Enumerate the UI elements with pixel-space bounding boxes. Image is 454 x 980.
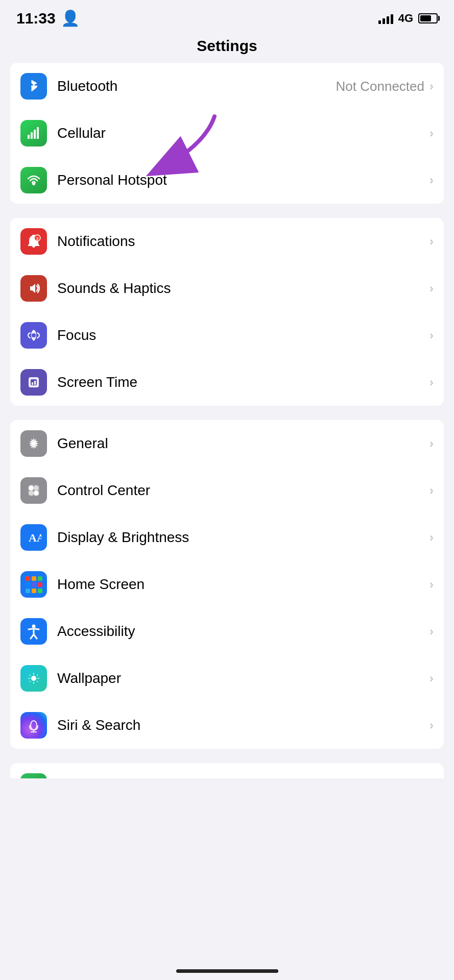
- general-chevron: ›: [429, 436, 434, 451]
- focus-icon: [20, 322, 47, 349]
- control-center-icon: [20, 477, 47, 504]
- notifications-label: Notifications: [57, 233, 429, 250]
- hotspot-label: Personal Hotspot: [57, 172, 429, 188]
- svg-point-19: [34, 491, 39, 496]
- settings-row-control-center[interactable]: Control Center ›: [10, 467, 444, 514]
- svg-rect-29: [38, 589, 42, 593]
- svg-rect-25: [32, 582, 36, 587]
- svg-rect-13: [34, 381, 36, 385]
- settings-row-screen-time[interactable]: Screen Time ›: [10, 359, 444, 406]
- home-screen-icon: [20, 571, 47, 598]
- status-bar: 11:33 👤 4G: [0, 0, 454, 32]
- settings-row-partial[interactable]: [10, 763, 444, 778]
- battery-indicator: [418, 13, 438, 23]
- cellular-label: Cellular: [57, 125, 429, 141]
- settings-row-accessibility[interactable]: Accessibility ›: [10, 608, 444, 655]
- display-brightness-icon: AA: [20, 524, 47, 551]
- time-display: 11:33: [16, 10, 56, 27]
- svg-point-17: [34, 485, 39, 491]
- signal-bar-2: [383, 18, 385, 24]
- svg-text:3: 3: [36, 236, 39, 241]
- svg-rect-22: [32, 576, 36, 581]
- svg-rect-12: [32, 382, 33, 385]
- settings-row-sounds[interactable]: Sounds & Haptics ›: [10, 265, 444, 312]
- page-title: Settings: [0, 32, 454, 63]
- signal-bar-1: [378, 20, 381, 24]
- sounds-label: Sounds & Haptics: [57, 280, 429, 297]
- svg-rect-24: [26, 582, 30, 587]
- status-time: 11:33 👤: [16, 9, 80, 27]
- home-screen-label: Home Screen: [57, 576, 429, 593]
- sounds-chevron: ›: [429, 281, 434, 296]
- svg-rect-1: [31, 132, 33, 139]
- svg-text:AA: AA: [29, 531, 41, 544]
- settings-row-focus[interactable]: Focus ›: [10, 312, 444, 359]
- siri-search-chevron: ›: [429, 718, 434, 732]
- settings-row-siri-search[interactable]: Siri & Search ›: [10, 702, 444, 749]
- notifications-icon: 3: [20, 228, 47, 255]
- settings-row-display-brightness[interactable]: AA Display & Brightness ›: [10, 514, 444, 561]
- partial-icon: [20, 773, 47, 778]
- focus-chevron: ›: [429, 328, 434, 342]
- svg-point-31: [31, 676, 36, 681]
- home-screen-chevron: ›: [429, 577, 434, 592]
- svg-point-9: [32, 333, 36, 337]
- general-icon: [20, 430, 47, 457]
- svg-point-18: [29, 491, 34, 496]
- signal-bars: [378, 13, 393, 24]
- svg-point-30: [32, 625, 36, 628]
- hotspot-chevron: ›: [429, 173, 434, 187]
- screen-time-icon: [20, 369, 47, 396]
- svg-rect-28: [32, 589, 36, 593]
- partial-next-row: [10, 763, 444, 778]
- battery-fill: [420, 15, 431, 21]
- screen-time-label: Screen Time: [57, 374, 429, 390]
- accessibility-label: Accessibility: [57, 623, 429, 640]
- signal-bar-3: [387, 16, 389, 24]
- svg-rect-27: [26, 589, 30, 593]
- svg-point-16: [29, 485, 34, 491]
- siri-search-icon: [20, 712, 47, 739]
- wallpaper-chevron: ›: [429, 671, 434, 685]
- svg-rect-11: [31, 379, 37, 385]
- settings-group-notifications: 3 Notifications › Sounds & Haptics ›: [10, 218, 444, 406]
- display-brightness-label: Display & Brightness: [57, 529, 429, 546]
- control-center-label: Control Center: [57, 482, 429, 499]
- sounds-icon: [20, 275, 47, 302]
- settings-group-general: General › Control Center › AA Display & …: [10, 420, 444, 749]
- settings-row-general[interactable]: General ›: [10, 420, 444, 467]
- svg-rect-23: [38, 576, 42, 581]
- settings-group-connectivity: Bluetooth Not Connected › Cellular › Per: [10, 63, 444, 204]
- control-center-chevron: ›: [429, 483, 434, 498]
- settings-row-cellular[interactable]: Cellular ›: [10, 110, 444, 157]
- bluetooth-value: Not Connected: [336, 79, 424, 94]
- person-icon: 👤: [61, 9, 80, 27]
- wallpaper-label: Wallpaper: [57, 670, 429, 687]
- accessibility-icon: [20, 618, 47, 645]
- svg-rect-26: [38, 582, 42, 587]
- settings-row-bluetooth[interactable]: Bluetooth Not Connected ›: [10, 63, 444, 110]
- svg-rect-0: [28, 135, 30, 139]
- svg-rect-21: [26, 576, 30, 581]
- wallpaper-icon: [20, 665, 47, 692]
- svg-point-32: [31, 721, 37, 730]
- network-type: 4G: [398, 12, 413, 25]
- notifications-chevron: ›: [429, 234, 434, 249]
- home-indicator: [176, 969, 278, 973]
- bluetooth-chevron: ›: [429, 79, 434, 93]
- general-label: General: [57, 435, 429, 452]
- svg-rect-3: [37, 127, 39, 139]
- status-icons: 4G: [378, 12, 438, 25]
- settings-row-wallpaper[interactable]: Wallpaper ›: [10, 655, 444, 702]
- bluetooth-label: Bluetooth: [57, 78, 336, 94]
- cellular-icon: [20, 120, 47, 146]
- settings-row-hotspot[interactable]: Personal Hotspot ›: [10, 157, 444, 204]
- settings-row-home-screen[interactable]: Home Screen ›: [10, 561, 444, 608]
- bluetooth-icon: [20, 73, 47, 100]
- accessibility-chevron: ›: [429, 624, 434, 639]
- svg-rect-2: [34, 130, 36, 139]
- settings-row-notifications[interactable]: 3 Notifications ›: [10, 218, 444, 265]
- hotspot-icon: [20, 167, 47, 193]
- display-brightness-chevron: ›: [429, 530, 434, 545]
- signal-bar-4: [391, 14, 393, 24]
